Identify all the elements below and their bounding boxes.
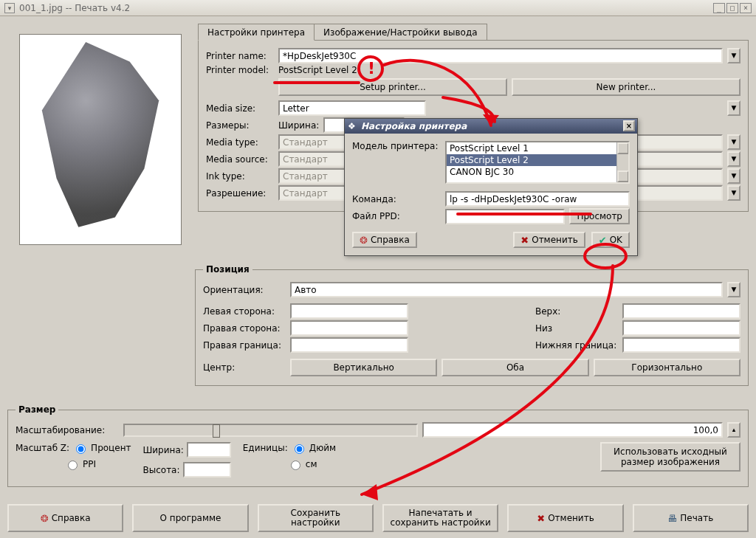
print-and-save-button[interactable]: Напечатать и сохранить настройки: [382, 504, 498, 532]
orientation-dropdown-icon[interactable]: ▼: [727, 282, 740, 297]
dialog-close-button[interactable]: ×: [623, 120, 635, 131]
top-input[interactable]: [622, 303, 740, 319]
ink-type-dropdown-icon[interactable]: ▼: [727, 168, 740, 184]
dialog-ok-button[interactable]: ✔ OK: [591, 232, 630, 248]
command-input[interactable]: [445, 191, 630, 207]
button-label: Отменить: [532, 235, 578, 245]
orientation-input[interactable]: [290, 282, 723, 297]
button-label: Использовать исходный размер изображения: [608, 446, 733, 467]
position-legend: Позиция: [203, 264, 252, 275]
dialog-titlebar[interactable]: Настройка принтера ×: [345, 119, 637, 134]
scale-z-percent-label: Процент: [91, 443, 131, 453]
units-inch-radio[interactable]: [295, 444, 304, 454]
left-side-input[interactable]: [290, 303, 408, 319]
print-button[interactable]: 🖶 Печать: [633, 504, 749, 532]
image-preview: [19, 34, 182, 245]
setup-printer-button[interactable]: Setup printer...: [278, 78, 507, 96]
tab-output-settings[interactable]: Изображение/Настройки вывода: [314, 24, 487, 40]
dialog-title: Настройка принтера: [361, 121, 467, 131]
list-item[interactable]: CANON BJC 30: [447, 166, 628, 178]
media-type-dropdown-icon[interactable]: ▼: [727, 134, 740, 150]
maximize-button[interactable]: □: [726, 3, 738, 13]
dialog-cancel-button[interactable]: ✖ Отменить: [513, 232, 585, 248]
center-label: Центр:: [203, 362, 286, 373]
scaling-value-input[interactable]: [422, 422, 723, 438]
use-original-size-button[interactable]: Использовать исходный размер изображения: [600, 442, 740, 472]
left-side-label: Левая сторона:: [203, 306, 286, 317]
button-label: О программе: [160, 513, 221, 523]
button-label: Setup printer...: [360, 82, 426, 92]
position-group: Позиция Ориентация: ▼ Левая сторона: Вер…: [195, 264, 749, 386]
button-label: OK: [610, 235, 622, 245]
center-vertical-button[interactable]: Вертикально: [290, 359, 437, 376]
right-side-input[interactable]: [290, 320, 408, 336]
cancel-button[interactable]: ✖ Отменить: [507, 504, 623, 532]
tab-printer-settings[interactable]: Настройки принтера: [198, 24, 315, 41]
media-source-dropdown-icon[interactable]: ▼: [727, 151, 740, 167]
scaling-stepper-icon[interactable]: ▴: [727, 422, 740, 438]
resolution-label: Разрешение:: [206, 188, 274, 199]
button-label: Справка: [52, 513, 91, 523]
printer-name-input[interactable]: [278, 48, 723, 63]
window-menu-icon[interactable]: ▾: [4, 3, 15, 13]
cancel-icon: ✖: [537, 514, 545, 523]
save-settings-button[interactable]: Сохранить настройки: [258, 504, 374, 532]
button-label: Вертикально: [333, 362, 394, 373]
bottom-border-label: Нижняя граница:: [535, 340, 618, 351]
tab-label: Изображение/Настройки вывода: [323, 27, 478, 38]
width-label: Ширина:: [278, 120, 319, 131]
media-source-label: Media source:: [206, 154, 274, 165]
size-height-label: Высота:: [142, 465, 179, 475]
ink-type-label: Ink type:: [206, 171, 274, 182]
dimensions-label: Размеры:: [206, 120, 274, 131]
printer-setup-dialog: Настройка принтера × Модель принтера: Po…: [344, 118, 638, 256]
size-width-input[interactable]: [187, 442, 231, 458]
help-button[interactable]: ❂ Справка: [7, 504, 123, 532]
button-label: Напечатать и сохранить настройки: [391, 508, 491, 528]
button-label: New printer...: [597, 82, 656, 92]
minimize-button[interactable]: _: [713, 3, 725, 13]
command-label: Команда:: [352, 194, 441, 204]
center-both-button[interactable]: Оба: [441, 359, 588, 376]
right-side-label: Правая сторона:: [203, 323, 286, 334]
scaling-slider[interactable]: [123, 424, 418, 437]
printer-name-label: Printer name:: [206, 51, 274, 61]
orientation-label: Ориентация:: [203, 285, 286, 295]
scale-z-percent-radio[interactable]: [76, 444, 86, 454]
right-border-input[interactable]: [290, 337, 408, 353]
size-legend: Размер: [16, 404, 58, 415]
units-label: Единицы:: [243, 443, 288, 453]
size-width-label: Ширина:: [142, 445, 183, 455]
ok-icon: ✔: [599, 235, 607, 245]
scale-z-ppi-radio[interactable]: [68, 461, 78, 470]
center-horizontal-button[interactable]: Горизонтально: [594, 359, 740, 376]
printer-model-label: Printer model:: [206, 65, 274, 75]
resolution-dropdown-icon[interactable]: ▼: [727, 185, 740, 201]
help-icon: ❂: [41, 514, 49, 523]
scrollbar[interactable]: [616, 142, 628, 182]
ppd-file-input[interactable]: [445, 209, 565, 224]
new-printer-button[interactable]: New printer...: [512, 78, 740, 96]
button-label: Сохранить настройки: [291, 508, 341, 528]
printer-name-dropdown-icon[interactable]: ▼: [727, 48, 740, 63]
about-button[interactable]: О программе: [132, 504, 248, 532]
bottom-button-bar: ❂ Справка О программе Сохранить настройк…: [7, 504, 749, 532]
size-height-input[interactable]: [183, 462, 231, 477]
bottom-border-input[interactable]: [622, 337, 740, 353]
button-label: Горизонтально: [631, 362, 702, 373]
dialog-help-button[interactable]: ❂ Справка: [352, 232, 417, 248]
list-item[interactable]: PostScript Level 2: [447, 154, 628, 166]
close-button[interactable]: ×: [740, 3, 752, 13]
browse-button[interactable]: Просмотр: [569, 208, 630, 224]
window-title: 001_1.jpg -- Печать v4.2: [19, 3, 130, 13]
bottom-input[interactable]: [622, 320, 740, 336]
window-titlebar: ▾ 001_1.jpg -- Печать v4.2 _ □ ×: [0, 0, 756, 16]
media-size-dropdown-icon[interactable]: ▼: [727, 100, 740, 116]
list-item[interactable]: PostScript Level 1: [447, 142, 628, 154]
units-cm-radio[interactable]: [291, 461, 300, 470]
media-size-label: Media size:: [206, 103, 274, 114]
units-cm-label: см: [306, 459, 317, 469]
printer-model-listbox[interactable]: PostScript Level 1 PostScript Level 2 CA…: [445, 141, 630, 184]
media-size-input[interactable]: [278, 100, 426, 116]
scale-z-ppi-label: PPI: [83, 459, 96, 469]
